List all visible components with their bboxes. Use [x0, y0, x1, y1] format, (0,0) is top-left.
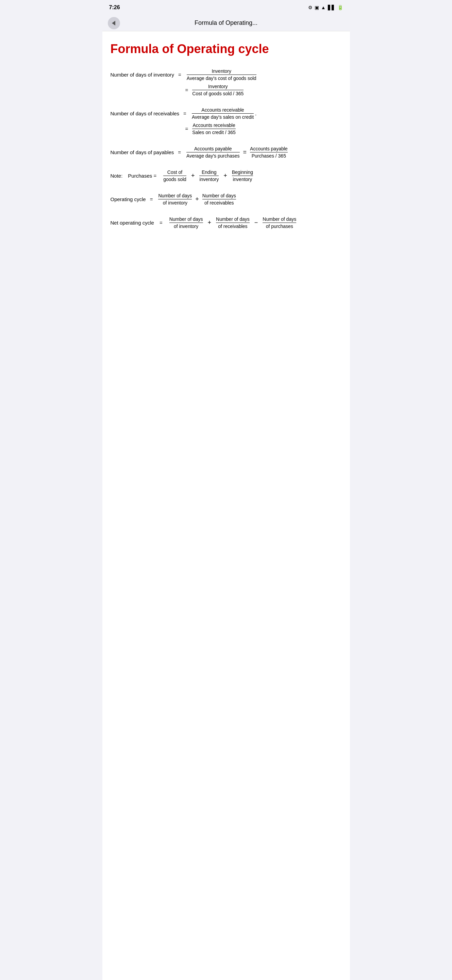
note-term3-num: Beginning [232, 169, 253, 176]
net-oc-fraction2: Number of days of receivables [216, 216, 250, 229]
oc-term1-num: Number of days [158, 193, 192, 199]
battery-icon: 🔋 [338, 5, 343, 10]
settings-icon: ⚙ [308, 5, 312, 10]
note-term1-den: goods sold [163, 176, 186, 182]
status-icons: ⚙ ▣ ▲ ▋▋ 🔋 [308, 5, 343, 10]
sim-icon: ▣ [315, 5, 319, 10]
plus-operator-1: + [191, 172, 195, 179]
net-operating-cycle-label: Net operating cycle [111, 220, 154, 226]
plus-operator-2: + [224, 172, 227, 179]
net-oc-fraction3: Number of days of purchases [263, 216, 296, 229]
formula-net-operating-cycle: Net operating cycle = Number of days of … [111, 216, 342, 229]
formula-receivables-row2: = Accounts receivable Sales on credit / … [186, 123, 342, 135]
equals-operator: = [243, 149, 247, 156]
status-time: 7:26 [109, 5, 120, 11]
formula-receivables-label: Number of days of receivables [111, 111, 179, 116]
receivables-denominator2: Sales on credit / 365 [192, 129, 236, 135]
note-fraction3: Beginning inventory [232, 169, 253, 182]
operating-cycle-row: Operating cycle = Number of days of inve… [111, 193, 342, 205]
purchases-eq: Purchases = [128, 173, 157, 179]
operating-cycle-fraction2: Number of days of receivables [202, 193, 236, 205]
formula-receivables: Number of days of receivables = Accounts… [111, 107, 342, 135]
operating-cycle-eq: = [150, 196, 153, 202]
formula-operating-cycle: Operating cycle = Number of days of inve… [111, 193, 342, 205]
formula-inventory: Number of days of inventory = Inventory … [111, 68, 342, 96]
oc-plus: + [195, 196, 199, 203]
noc-term2-num: Number of days [216, 216, 250, 223]
formula-inventory-row1: Number of days of inventory = Inventory … [111, 68, 342, 81]
formula-inventory-fraction2: Inventory Cost of goods sold / 365 [192, 84, 244, 96]
oc-term2-num: Number of days [202, 193, 236, 199]
inventory-denominator2: Cost of goods sold / 365 [192, 90, 244, 96]
noc-term1-den: of inventory [174, 223, 198, 229]
inventory-numerator2: Inventory [208, 84, 228, 90]
formula-payables-eq1: = [178, 150, 181, 155]
status-bar: 7:26 ⚙ ▣ ▲ ▋▋ 🔋 [102, 0, 350, 15]
formula-receivables-row1: Number of days of receivables = Accounts… [111, 107, 342, 120]
nav-bar: Formula of Operating... [102, 15, 350, 31]
receivables-denominator1: Average day's sales on credit [192, 114, 254, 120]
formula-payables-row1: Number of days of payables = Accounts pa… [111, 146, 342, 159]
formula-receivables-eq1: = [183, 111, 186, 116]
wifi-icon: ▲ [321, 5, 326, 10]
payables-numerator1: Accounts payable [194, 146, 232, 152]
formula-payables-fraction2: Accounts payable Purchases / 365 [250, 146, 288, 159]
note-term2-num: Ending [202, 169, 217, 176]
noc-term1-num: Number of days [170, 216, 203, 223]
note-term3-den: inventory [233, 176, 252, 182]
signal-icon: ▋▋ [328, 5, 335, 10]
operating-cycle-fraction1: Number of days of inventory [158, 193, 192, 205]
note-fraction1: Cost of goods sold [163, 169, 186, 182]
back-button[interactable] [108, 17, 120, 29]
net-operating-cycle-row: Net operating cycle = Number of days of … [111, 216, 342, 229]
receivables-numerator1: Accounts receivable [201, 107, 244, 113]
note-term1-num: Cost of [167, 169, 182, 176]
oc-term2-den: of receivables [205, 199, 234, 205]
inventory-denominator1: Average day's cost of goods sold [187, 75, 257, 81]
formula-payables: Number of days of payables = Accounts pa… [111, 146, 342, 159]
formula-inventory-eq2: = [186, 87, 189, 93]
formula-payables-label: Number of days of payables [111, 150, 174, 155]
nav-title: Formula of Operating... [120, 19, 332, 27]
noc-plus: + [208, 219, 211, 226]
formula-inventory-label: Number of days of inventory [111, 72, 174, 78]
payables-denominator2: Purchases / 365 [252, 153, 286, 159]
back-arrow-icon [112, 21, 115, 25]
oc-term1-den: of inventory [163, 199, 187, 205]
payables-numerator2: Accounts payable [250, 146, 288, 152]
noc-term3-num: Number of days [263, 216, 296, 223]
note-term2-den: inventory [199, 176, 219, 182]
operating-cycle-label: Operating cycle [111, 196, 146, 202]
inventory-numerator1: Inventory [211, 68, 231, 75]
formula-receivables-fraction2: Accounts receivable Sales on credit / 36… [192, 123, 236, 135]
formula-inventory-row2: = Inventory Cost of goods sold / 365 [186, 84, 342, 96]
receivables-numerator2: Accounts receivable [192, 123, 235, 129]
page-title: Formula of Operating cycle [111, 41, 342, 56]
note-fraction2: Ending inventory [199, 169, 219, 182]
noc-term2-den: of receivables [218, 223, 247, 229]
formula-inventory-eq1: = [178, 72, 181, 78]
net-oc-eq: = [160, 220, 163, 226]
formula-receivables-eq2: = [186, 126, 189, 132]
noc-minus: − [254, 219, 258, 226]
noc-term3-den: of purchases [266, 223, 293, 229]
note-row: Note: Purchases = Cost of goods sold + E… [111, 169, 342, 182]
formula-receivables-fraction1: Accounts receivable Average day's sales … [192, 107, 254, 120]
note-label: Note: [111, 173, 123, 179]
note-section: Note: Purchases = Cost of goods sold + E… [111, 169, 342, 182]
net-oc-fraction1: Number of days of inventory [170, 216, 203, 229]
payables-denominator1: Average day's purchases [186, 153, 240, 159]
period: . [255, 111, 257, 117]
formula-payables-fraction1: Accounts payable Average day's purchases [186, 146, 240, 159]
formula-inventory-fraction1: Inventory Average day's cost of goods so… [187, 68, 257, 81]
main-content: Formula of Operating cycle Number of day… [102, 31, 350, 980]
